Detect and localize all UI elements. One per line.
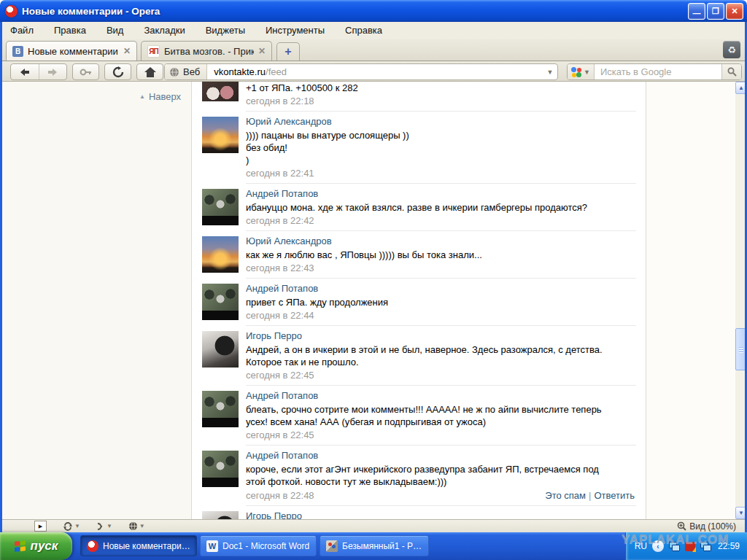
taskbar-task-opera[interactable]: Новые комментарии... xyxy=(80,535,197,556)
task-label: Безымянный1 - Paint xyxy=(342,541,422,551)
menu-item[interactable]: Виджеты xyxy=(196,23,255,39)
back-button[interactable] xyxy=(11,64,39,79)
comment-row: Андрей Потапов ибануццо мона. хде ж тако… xyxy=(192,184,646,231)
tab-close-icon[interactable]: ✕ xyxy=(123,46,131,56)
menu-item[interactable]: Правка xyxy=(44,23,96,39)
sync-status-button[interactable]: ▼ xyxy=(63,522,80,531)
hide-icons-chevron[interactable]: ‹ xyxy=(652,540,664,552)
comment-text: блеать, срочно сотрите мои комменты!!! А… xyxy=(246,403,635,428)
taskbar-task-paint[interactable]: Безымянный1 - Paint xyxy=(320,535,429,556)
home-button[interactable] xyxy=(136,63,163,80)
yaplakal-favicon: ЯП xyxy=(147,45,160,58)
forward-button[interactable] xyxy=(39,64,67,79)
fit-to-width-button[interactable]: ▼ xyxy=(96,522,112,531)
connection-status-button[interactable]: ▼ xyxy=(128,521,145,531)
vertical-scrollbar[interactable]: ▲ ▼ xyxy=(735,82,745,519)
menu-item[interactable]: Файл xyxy=(2,23,44,39)
user-avatar[interactable] xyxy=(202,117,239,153)
status-bar: ▶ ▼ ▼ ▼ Вид (100%) xyxy=(2,519,745,532)
comment-row: Игорь Перро Андрей, а он в ичкерии в это… xyxy=(192,326,646,386)
author-link[interactable]: Игорь Перро xyxy=(246,330,635,341)
search-engine-dropdown-icon: ▼ xyxy=(584,69,590,76)
zoom-control[interactable]: Вид (100%) xyxy=(677,521,745,532)
taskbar-clock[interactable]: 22:59 xyxy=(718,541,740,551)
scrollbar-thumb[interactable] xyxy=(735,328,745,370)
paint-icon xyxy=(326,540,338,552)
author-link[interactable]: Андрей Потапов xyxy=(246,450,635,461)
scroll-up-button[interactable]: ▲ xyxy=(735,82,745,94)
close-button[interactable]: ✕ xyxy=(726,3,743,20)
menu-bar: ФайлПравкаВидЗакладкиВиджетыИнструментыС… xyxy=(2,22,745,39)
network-icon-2[interactable] xyxy=(700,542,711,551)
network-icon[interactable] xyxy=(669,542,680,551)
closed-tabs-trash-icon[interactable]: ♻ xyxy=(723,41,740,58)
spam-link[interactable]: Это спам xyxy=(545,490,586,501)
comments-feed: +1 от ЯПа. +100500 к 282 сегодня в 22:18… xyxy=(192,82,646,519)
taskbar: пуск Новые комментарии...WDoc1 - Microso… xyxy=(0,532,747,560)
dropdown-icon: ▼ xyxy=(107,523,112,529)
menu-item[interactable]: Справка xyxy=(335,23,392,39)
author-link[interactable]: Игорь Перро xyxy=(246,510,635,519)
search-go-button[interactable] xyxy=(721,64,741,79)
user-avatar[interactable] xyxy=(202,391,239,427)
magnifier-icon xyxy=(727,67,737,77)
user-avatar[interactable] xyxy=(202,82,239,101)
comment-time: сегодня в 22:48 xyxy=(246,491,314,501)
taskbar-task-word[interactable]: WDoc1 - Microsoft Word xyxy=(200,535,317,556)
panels-toggle-button[interactable]: ▶ xyxy=(34,521,47,532)
maximize-button[interactable]: ❒ xyxy=(707,3,724,20)
reload-button[interactable] xyxy=(104,63,131,80)
tab-new-comments[interactable]: В Новые комментарии ✕ xyxy=(6,41,137,61)
author-link[interactable]: Юрий Александров xyxy=(246,236,635,246)
url-field[interactable]: vkontakte.ru/feed xyxy=(207,66,543,77)
address-bar[interactable]: Веб vkontakte.ru/feed ▼ xyxy=(164,63,558,80)
scroll-down-button[interactable]: ▼ xyxy=(735,507,745,519)
user-avatar[interactable] xyxy=(202,189,239,225)
comment-row: +1 от ЯПа. +100500 к 282 сегодня в 22:18 xyxy=(192,82,646,112)
task-label: Doc1 - Microsoft Word xyxy=(222,541,309,551)
minimize-button[interactable]: — xyxy=(688,3,705,20)
opera-logo-icon xyxy=(5,5,18,18)
dropdown-icon: ▼ xyxy=(139,523,145,529)
tab-label: Новые комментарии xyxy=(28,46,119,57)
user-avatar[interactable] xyxy=(202,451,239,487)
author-link[interactable]: Андрей Потапов xyxy=(246,283,635,294)
tab-close-icon[interactable]: ✕ xyxy=(258,46,266,56)
user-avatar[interactable] xyxy=(202,284,239,320)
search-engine-selector[interactable]: ▼ xyxy=(568,64,595,79)
globe-icon xyxy=(169,67,179,77)
menu-item[interactable]: Закладки xyxy=(133,23,195,39)
dropdown-icon: ▼ xyxy=(74,523,80,529)
search-input[interactable]: Искать в Google xyxy=(595,66,721,77)
address-dropdown-icon[interactable]: ▼ xyxy=(543,69,557,76)
zoom-level-label: Вид (100%) xyxy=(689,521,736,532)
language-indicator[interactable]: RU xyxy=(635,541,647,551)
new-tab-button[interactable]: + xyxy=(276,42,300,61)
user-avatar[interactable] xyxy=(202,331,239,368)
site-badge[interactable]: Веб xyxy=(165,64,207,79)
alert-icon[interactable] xyxy=(685,542,695,551)
password-wand-button[interactable] xyxy=(72,63,99,80)
vkontakte-favicon: В xyxy=(12,46,23,57)
user-avatar[interactable] xyxy=(202,236,239,273)
up-arrow-icon: ▲ xyxy=(139,93,145,100)
author-link[interactable]: Юрий Александров xyxy=(246,116,635,127)
search-bar[interactable]: ▼ Искать в Google xyxy=(567,63,742,80)
task-label: Новые комментарии... xyxy=(103,541,190,551)
comment-time: сегодня в 22:41 xyxy=(246,168,314,179)
tab-bitva-mozgov[interactable]: ЯП Битва мозгов. - Прикол... ✕ xyxy=(141,41,272,61)
author-link[interactable]: Андрей Потапов xyxy=(246,390,635,401)
menu-item[interactable]: Вид xyxy=(96,23,134,39)
opera-icon xyxy=(87,540,98,552)
url-path: /feed xyxy=(266,66,287,77)
start-button[interactable]: пуск xyxy=(0,532,72,560)
actions-separator: | xyxy=(589,490,591,501)
user-avatar[interactable] xyxy=(202,511,239,519)
back-to-top-link[interactable]: ▲ Наверх xyxy=(139,91,181,102)
author-link[interactable]: Андрей Потапов xyxy=(246,188,635,199)
comment-text: привет с ЯПа. жду продолжения xyxy=(246,296,635,308)
menu-item[interactable]: Инструменты xyxy=(255,23,335,39)
reply-link[interactable]: Ответить xyxy=(594,490,635,501)
comment-text: короче, если этот агЭнт ичкерийского раз… xyxy=(246,463,635,488)
comment-time: сегодня в 22:42 xyxy=(246,216,314,226)
